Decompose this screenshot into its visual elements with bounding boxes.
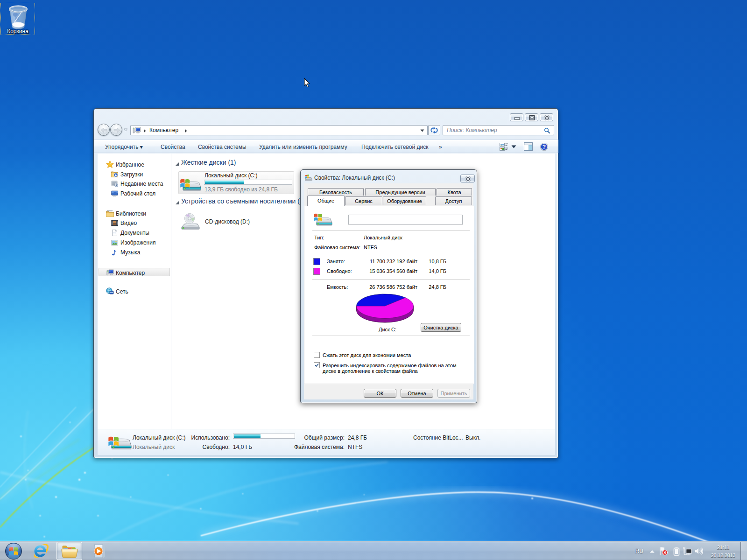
svg-text:?: ? [543,144,546,150]
